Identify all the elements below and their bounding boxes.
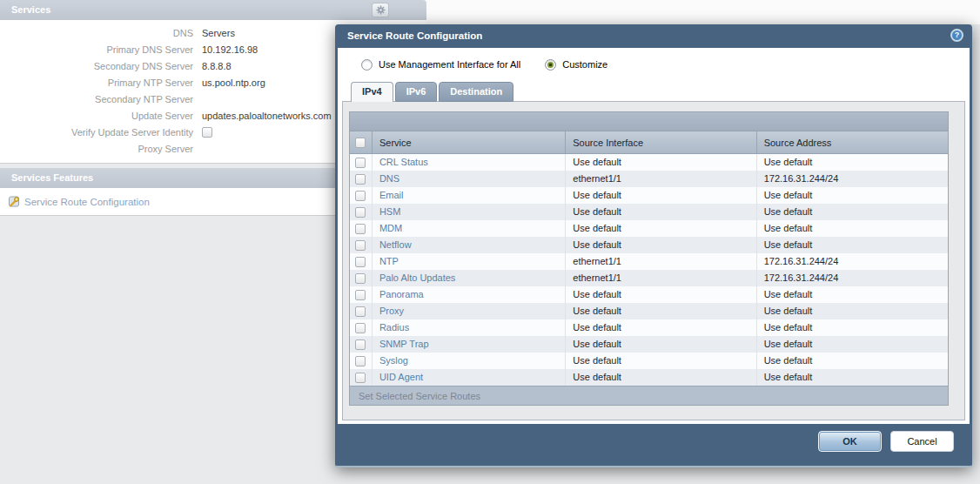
cancel-button[interactable]: Cancel — [890, 431, 954, 452]
radio-circle-icon[interactable] — [361, 59, 373, 71]
services-edit-gear-button[interactable] — [372, 3, 389, 17]
source-address-value: Use default — [757, 187, 948, 204]
source-interface-value: Use default — [566, 303, 756, 319]
source-address-value: 172.16.31.244/24 — [757, 270, 948, 286]
row-checkbox-cell — [350, 187, 373, 204]
source-interface-value: ethernet1/1 — [566, 253, 756, 270]
tab-ipv4[interactable]: IPv4 — [351, 82, 393, 102]
table-row[interactable]: CRL StatusUse defaultUse default — [350, 154, 948, 171]
select-all-checkbox[interactable] — [355, 138, 366, 148]
route-mode-radio-group: Use Management Interface for All Customi… — [361, 57, 632, 71]
table-row[interactable]: MDMUse defaultUse default — [350, 220, 948, 237]
source-interface-value: Use default — [566, 154, 756, 171]
row-checkbox-cell — [350, 270, 373, 286]
setting-label: Primary DNS Server — [0, 42, 193, 58]
service-route-wrench-icon — [7, 196, 20, 208]
table-row[interactable]: NetflowUse defaultUse default — [350, 237, 948, 253]
column-header-source-interface[interactable]: Source Interface — [566, 131, 756, 153]
row-checkbox-cell — [350, 204, 373, 220]
service-name-link[interactable]: Panorama — [373, 286, 566, 303]
service-name-link[interactable]: Netflow — [373, 237, 566, 253]
row-checkbox[interactable] — [355, 339, 366, 350]
row-checkbox[interactable] — [355, 290, 366, 300]
row-checkbox[interactable] — [355, 373, 366, 383]
column-header-source-address[interactable]: Source Address — [757, 131, 948, 153]
row-checkbox[interactable] — [355, 158, 366, 168]
row-checkbox[interactable] — [355, 240, 366, 251]
table-row[interactable]: EmailUse defaultUse default — [350, 187, 948, 204]
row-checkbox[interactable] — [355, 306, 366, 317]
service-name-link[interactable]: UID Agent — [373, 369, 566, 386]
table-row[interactable]: NTPethernet1/1172.16.31.244/24 — [350, 253, 948, 270]
table-row[interactable]: PanoramaUse defaultUse default — [350, 286, 948, 303]
row-checkbox[interactable] — [355, 191, 366, 201]
source-interface-value: Use default — [566, 237, 756, 253]
radio-use-management-interface[interactable]: Use Management Interface for All — [361, 59, 520, 71]
row-checkbox-cell — [350, 353, 373, 369]
source-address-value: Use default — [757, 303, 948, 319]
column-header-service[interactable]: Service — [373, 131, 566, 153]
row-checkbox-cell — [350, 253, 373, 270]
radio-customize[interactable]: Customize — [545, 59, 607, 71]
select-all-cell — [350, 131, 373, 153]
radio-label: Customize — [562, 59, 607, 70]
service-route-configuration-link[interactable]: Service Route Configuration — [24, 197, 150, 207]
service-name-link[interactable]: Radius — [373, 319, 566, 336]
radio-circle-icon[interactable] — [545, 59, 556, 71]
source-address-value: 172.16.31.244/24 — [757, 171, 948, 187]
source-address-value: Use default — [757, 353, 948, 369]
verify-update-server-identity-checkbox[interactable] — [202, 127, 212, 138]
ipv4-tab-panel: Service Source Interface Source Address … — [342, 101, 965, 420]
service-name-link[interactable]: DNS — [373, 171, 566, 187]
service-name-link[interactable]: CRL Status — [373, 154, 566, 171]
service-table-body: CRL StatusUse defaultUse defaultDNSether… — [350, 154, 948, 386]
tab-ipv6[interactable]: IPv6 — [395, 82, 438, 102]
table-row[interactable]: HSMUse defaultUse default — [350, 204, 948, 220]
table-row[interactable]: SyslogUse defaultUse default — [350, 353, 948, 369]
table-row[interactable]: DNSethernet1/1172.16.31.244/24 — [350, 171, 948, 187]
row-checkbox-cell — [350, 303, 373, 319]
tab-destination[interactable]: Destination — [439, 82, 513, 102]
row-checkbox[interactable] — [355, 224, 366, 234]
dialog-body: Use Management Interface for All Customi… — [338, 48, 970, 424]
ok-button[interactable]: OK — [818, 431, 882, 452]
source-address-value: Use default — [757, 204, 948, 220]
table-row[interactable]: RadiusUse defaultUse default — [350, 319, 948, 336]
table-row[interactable]: Palo Alto Updatesethernet1/1172.16.31.24… — [350, 270, 948, 286]
row-checkbox[interactable] — [355, 257, 366, 267]
service-name-link[interactable]: MDM — [373, 220, 566, 237]
setting-value: updates.paloaltonetworks.com — [202, 108, 332, 124]
row-checkbox-cell — [350, 319, 373, 336]
set-selected-service-routes-button[interactable]: Set Selected Service Routes — [350, 386, 948, 405]
service-name-link[interactable]: SNMP Trap — [373, 336, 566, 353]
row-checkbox[interactable] — [355, 174, 366, 185]
row-checkbox[interactable] — [355, 356, 366, 366]
row-checkbox[interactable] — [355, 207, 366, 218]
service-name-link[interactable]: HSM — [373, 204, 566, 220]
source-address-value: Use default — [757, 336, 948, 353]
dialog-title: Service Route Configuration — [347, 30, 482, 41]
row-checkbox-cell — [350, 286, 373, 303]
help-icon[interactable]: ? — [950, 29, 963, 42]
source-interface-value: Use default — [566, 204, 756, 220]
services-panel-title: Services — [11, 4, 50, 15]
setting-label: DNS — [0, 25, 193, 42]
setting-label: Secondary DNS Server — [0, 58, 193, 75]
source-address-value: Use default — [757, 237, 948, 253]
service-route-table: Service Source Interface Source Address … — [349, 111, 949, 406]
table-row[interactable]: UID AgentUse defaultUse default — [350, 369, 948, 386]
setting-value: Servers — [202, 25, 235, 42]
row-checkbox[interactable] — [355, 323, 366, 333]
row-checkbox[interactable] — [355, 273, 366, 284]
service-name-link[interactable]: NTP — [373, 253, 566, 270]
service-name-link[interactable]: Email — [373, 187, 566, 204]
table-row[interactable]: SNMP TrapUse defaultUse default — [350, 336, 948, 353]
setting-label: Proxy Server — [0, 141, 193, 158]
service-route-configuration-dialog: Service Route Configuration ? Use Manage… — [335, 24, 972, 467]
table-row[interactable]: ProxyUse defaultUse default — [350, 303, 948, 319]
source-address-value: Use default — [757, 154, 948, 171]
service-name-link[interactable]: Proxy — [373, 303, 566, 319]
service-name-link[interactable]: Syslog — [373, 353, 566, 369]
source-interface-value: ethernet1/1 — [566, 270, 756, 286]
service-name-link[interactable]: Palo Alto Updates — [373, 270, 566, 286]
